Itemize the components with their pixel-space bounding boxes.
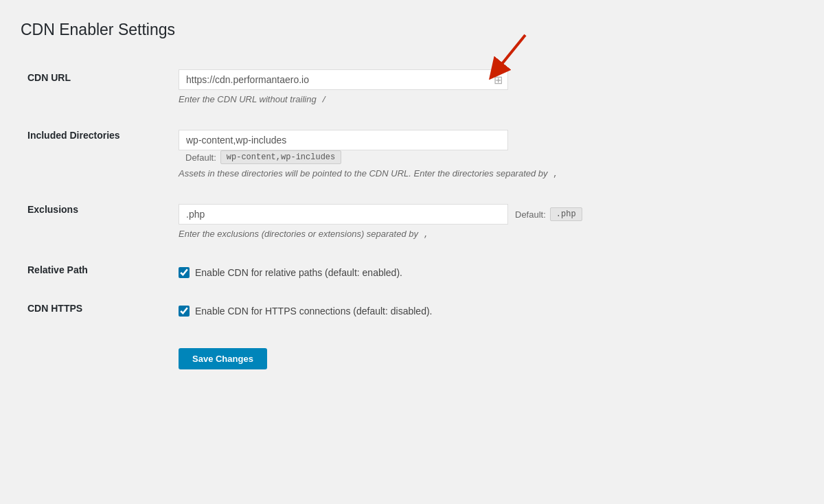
save-changes-button[interactable]: Save Changes <box>179 348 267 369</box>
cdn-https-checkbox[interactable] <box>179 306 190 317</box>
relative-path-checkbox[interactable] <box>179 267 190 278</box>
included-dirs-label: Included Directories <box>21 116 172 190</box>
cdn-https-checkbox-label: Enable CDN for HTTPS connections (defaul… <box>195 306 433 317</box>
relative-path-label: Relative Path <box>21 251 172 289</box>
page-title: CDN Enabler Settings <box>21 21 803 39</box>
included-dirs-input[interactable] <box>179 130 508 150</box>
exclusions-label: Exclusions <box>21 190 172 251</box>
included-dirs-default: Default: wp-content,wp-includes <box>185 150 341 164</box>
exclusions-default: Default: .php <box>515 207 582 221</box>
svg-line-1 <box>496 35 525 71</box>
cdn-https-label: CDN HTTPS <box>21 289 172 328</box>
exclusions-help: Enter the exclusions (directories or ext… <box>179 229 632 240</box>
included-dirs-help: Assets in these directories will be poin… <box>179 168 632 179</box>
relative-path-checkbox-label: Enable CDN for relative paths (default: … <box>195 267 402 278</box>
cdn-url-help: Enter the CDN URL without trailing / <box>179 94 632 105</box>
cdn-url-label: CDN URL <box>21 58 172 116</box>
cdn-url-input[interactable] <box>179 69 508 90</box>
exclusions-input[interactable] <box>179 204 508 225</box>
